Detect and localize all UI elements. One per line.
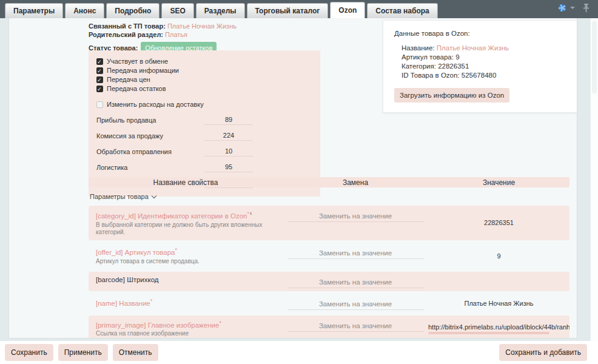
replace-value-input[interactable] bbox=[287, 300, 424, 310]
checked-checkbox-icon[interactable] bbox=[96, 76, 103, 83]
linked-product-link[interactable]: Платье Ночная Жизнь bbox=[167, 22, 237, 30]
checkbox-label: Изменить расходы на доставку bbox=[107, 100, 204, 109]
property-link[interactable]: [offer_id] Артикул товара bbox=[96, 249, 175, 256]
tab-sostav-nabora[interactable]: Состав набора bbox=[367, 3, 437, 18]
property-description: Ссылка на главное изображение bbox=[96, 330, 277, 337]
ozon-product-id-value: 525678480 bbox=[462, 72, 497, 79]
tab-seo[interactable]: SEO bbox=[161, 3, 193, 18]
property-value: 22826351 bbox=[428, 209, 569, 237]
field-shipment-processing: Обработка отправления bbox=[96, 146, 312, 157]
checkbox-label: Участвует в обмене bbox=[107, 57, 168, 66]
field-label: Логистика bbox=[96, 164, 204, 172]
settings-caret-icon[interactable] bbox=[570, 7, 575, 9]
field-label: Прибыль продавца bbox=[96, 116, 204, 125]
ozon-offer-value: 9 bbox=[455, 53, 459, 61]
field-label: Комиссия за продажу bbox=[96, 132, 204, 141]
ozon-offer-label: Артикул товара: bbox=[401, 53, 454, 61]
tab-bar: Параметры Анонс Подробно SEO Разделы Тор… bbox=[0, 0, 598, 18]
properties-table: Название свойства Замена Значение Параме… bbox=[89, 177, 569, 339]
table-row-category-id: [category_id] Идентификатор категории в … bbox=[89, 206, 569, 240]
footer-bar: Сохранить Применить Отменить Сохранить и… bbox=[0, 341, 598, 364]
property-description: Артикул товара в системе продавца. bbox=[96, 258, 277, 265]
ozon-card-title: Данные товара в Ozon: bbox=[394, 30, 566, 37]
vertical-scrollbar[interactable] bbox=[590, 18, 598, 341]
unchecked-checkbox-icon[interactable] bbox=[96, 101, 103, 108]
tab-razdely[interactable]: Разделы bbox=[196, 3, 245, 18]
column-header-replace: Замена bbox=[283, 178, 428, 187]
property-value bbox=[428, 275, 569, 288]
property-link[interactable]: [name] Название bbox=[96, 299, 150, 306]
table-row-barcode: [barcode] Штрихкод bbox=[89, 272, 569, 291]
ozon-category-label: Категория: bbox=[401, 62, 436, 70]
tab-podrobno[interactable]: Подробно bbox=[106, 3, 160, 18]
ozon-category-value: 22826351 bbox=[438, 62, 469, 70]
load-from-ozon-button[interactable]: Загрузить информацию из Ozon bbox=[394, 88, 509, 103]
table-row-name: [name] Название* Платье Ночная Жизнь bbox=[89, 294, 569, 313]
checkbox-label: Передача остатков bbox=[107, 84, 166, 93]
replace-value-input[interactable] bbox=[287, 322, 424, 332]
property-value: Платье Ночная Жизнь bbox=[428, 297, 569, 310]
shipment-processing-input[interactable] bbox=[204, 146, 253, 157]
checkbox-price-transfer[interactable]: Передача цен bbox=[96, 75, 312, 84]
tab-ozon[interactable]: Ozon bbox=[330, 2, 365, 18]
replace-value-input[interactable] bbox=[287, 278, 424, 288]
replace-value-input[interactable] bbox=[287, 212, 424, 222]
primary-image-url[interactable]: http://bitrix4.primelabs.ru/upload/ibloc… bbox=[428, 323, 569, 331]
checkbox-label: Передача информации bbox=[107, 66, 179, 75]
tab-torgovy-katalog[interactable]: Торговый каталог bbox=[247, 3, 329, 18]
ozon-name-link[interactable]: Платье Ночная Жизнь bbox=[437, 44, 509, 52]
exchange-settings-form: Участвует в обмене Передача информации П… bbox=[89, 50, 320, 197]
chevron-down-icon bbox=[152, 193, 156, 198]
checkbox-stock-transfer[interactable]: Передача остатков bbox=[96, 84, 312, 93]
ozon-product-id-label: ID Товара в Ozon: bbox=[401, 72, 460, 79]
checkbox-delivery-costs[interactable]: Изменить расходы на доставку bbox=[96, 100, 312, 109]
field-logistics: Логистика bbox=[96, 162, 312, 172]
required-mark: * bbox=[175, 247, 178, 253]
property-link[interactable]: [primary_image] Главное изображение bbox=[96, 321, 219, 328]
checkbox-label: Передача цен bbox=[107, 75, 150, 84]
column-header-property: Название свойства bbox=[89, 178, 283, 187]
property-value: 9 bbox=[428, 246, 569, 266]
parent-section-label: Родительский раздел: bbox=[89, 31, 163, 38]
table-row-offer-id: [offer_id] Артикул товара* Артикул товар… bbox=[89, 243, 569, 269]
property-label: [barcode] Штрихкод bbox=[96, 276, 277, 283]
table-header: Название свойства Замена Значение bbox=[89, 177, 569, 187]
field-seller-profit: Прибыль продавца bbox=[96, 115, 312, 125]
checkbox-info-transfer[interactable]: Передача информации bbox=[96, 66, 312, 75]
settings-gear-icon[interactable] bbox=[559, 4, 566, 12]
save-and-add-button[interactable]: Сохранить и добавить bbox=[499, 344, 587, 361]
logistics-input[interactable] bbox=[204, 162, 253, 172]
content-panel: Связанный с ТП товар: Платье Ночная Жизн… bbox=[8, 18, 577, 339]
checked-checkbox-icon[interactable] bbox=[96, 58, 103, 65]
required-mark: * bbox=[219, 320, 221, 326]
checked-checkbox-icon[interactable] bbox=[96, 86, 103, 92]
scrollbar-thumb[interactable] bbox=[592, 21, 597, 93]
field-label: Обработка отправления bbox=[96, 148, 204, 157]
seller-profit-input[interactable] bbox=[204, 115, 253, 125]
replace-value-input[interactable] bbox=[287, 249, 424, 259]
field-sale-commission: Комиссия за продажу bbox=[96, 130, 312, 141]
group-toggle-product-params[interactable]: Параметры товара bbox=[90, 193, 569, 200]
tab-anons[interactable]: Анонс bbox=[65, 3, 104, 18]
required-mark: * bbox=[247, 211, 249, 217]
parent-section-link[interactable]: Платья bbox=[165, 31, 187, 38]
url-underline bbox=[428, 332, 549, 334]
required-mark: * bbox=[150, 298, 153, 304]
linked-product-label: Связанный с ТП товар: bbox=[89, 22, 166, 30]
sale-commission-input[interactable] bbox=[204, 130, 253, 141]
ozon-name-label: Название: bbox=[401, 44, 435, 52]
property-description: В выбранной категории не должно быть дру… bbox=[96, 221, 277, 236]
table-row-primary-image: [primary_image] Главное изображение* Ссы… bbox=[89, 315, 569, 339]
checked-checkbox-icon[interactable] bbox=[96, 67, 103, 74]
product-info-block: Связанный с ТП товар: Платье Ночная Жизн… bbox=[89, 22, 237, 54]
tab-parametry[interactable]: Параметры bbox=[5, 3, 63, 18]
checkbox-exchange-participate[interactable]: Участвует в обмене bbox=[96, 57, 312, 66]
apply-button[interactable]: Применить bbox=[58, 344, 108, 361]
property-link[interactable]: [category_id] Идентификатор категории в … bbox=[96, 212, 247, 220]
group-toggle-label: Параметры товара bbox=[90, 193, 149, 200]
pin-icon[interactable] bbox=[583, 4, 590, 13]
ozon-data-card: Данные товара в Ozon: Название: Платье Н… bbox=[383, 20, 577, 113]
tree-select-icon[interactable]: ‹ bbox=[250, 210, 252, 217]
save-button[interactable]: Сохранить bbox=[5, 344, 53, 361]
cancel-button[interactable]: Отменить bbox=[113, 344, 158, 361]
